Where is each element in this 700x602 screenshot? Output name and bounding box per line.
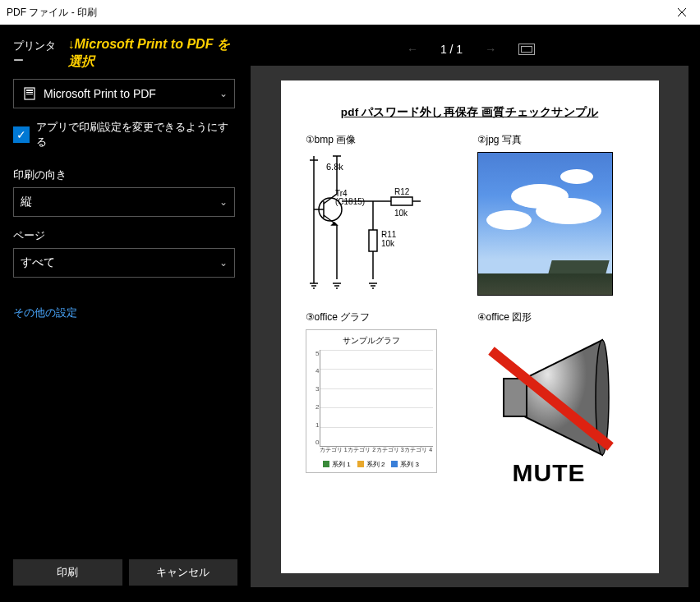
dialog-body: プリンター ↓Microsoft Print to PDF を選択 Micros… bbox=[0, 25, 700, 602]
allow-app-change-checkbox[interactable]: ✓ アプリで印刷設定を変更できるようにする bbox=[13, 120, 237, 149]
chart-yaxis: 543210 bbox=[310, 350, 320, 458]
svg-rect-8 bbox=[504, 379, 527, 416]
svg-rect-6 bbox=[369, 230, 377, 251]
checkbox-checked-icon: ✓ bbox=[13, 126, 30, 143]
next-page-button[interactable]: → bbox=[482, 43, 499, 56]
pages-value: すべて bbox=[21, 255, 219, 270]
chart-legend: 系列 1系列 2系列 3 bbox=[310, 460, 433, 469]
preview-frame: pdf パスワード外し再保存 画質チェックサンプル ①bmp 画像 bbox=[251, 66, 688, 587]
fit-page-button[interactable] bbox=[518, 44, 535, 55]
heading-bmp: ①bmp 画像 bbox=[306, 133, 463, 147]
pages-label: ページ bbox=[13, 228, 237, 243]
chart-xaxis: カテゴリ 1カテゴリ 2カテゴリ 3カテゴリ 4 bbox=[320, 447, 433, 458]
doc-row-1: ①bmp 画像 bbox=[306, 133, 634, 296]
heading-shape: ④office 図形 bbox=[477, 310, 634, 324]
more-settings-link[interactable]: その他の設定 bbox=[13, 306, 237, 320]
cell-shape: ④office 図形 bbox=[477, 310, 634, 494]
mute-label: MUTE bbox=[513, 459, 586, 487]
close-icon bbox=[678, 8, 686, 16]
svg-marker-7 bbox=[524, 340, 602, 455]
printer-label: プリンター bbox=[13, 39, 62, 68]
cell-chart: ③office グラフ サンプルグラフ 543210 カテゴリ 1カテゴリ 2カ… bbox=[306, 310, 463, 494]
schematic-label: 6.8k bbox=[326, 162, 343, 172]
preview-page: pdf パスワード外し再保存 画質チェックサンプル ①bmp 画像 bbox=[281, 80, 659, 573]
cell-jpg: ②jpg 写真 bbox=[477, 133, 634, 296]
button-bar: 印刷 キャンセル bbox=[13, 559, 237, 591]
sample-chart: サンプルグラフ 543210 カテゴリ 1カテゴリ 2カテゴリ 3カテゴリ 4 … bbox=[306, 329, 437, 473]
cancel-button[interactable]: キャンセル bbox=[129, 559, 238, 586]
svg-rect-5 bbox=[391, 197, 412, 205]
prev-page-button[interactable]: ← bbox=[404, 43, 421, 56]
schematic-label: 10k bbox=[394, 209, 408, 218]
preview-pane: ← 1 / 1 → pdf パスワード外し再保存 画質チェックサンプル ①bmp… bbox=[251, 25, 700, 602]
printer-icon bbox=[21, 86, 39, 101]
doc-row-2: ③office グラフ サンプルグラフ 543210 カテゴリ 1カテゴリ 2カ… bbox=[306, 310, 634, 494]
printer-select[interactable]: Microsoft Print to PDF ⌄ bbox=[13, 79, 235, 108]
chevron-down-icon: ⌄ bbox=[219, 196, 228, 208]
page-counter: 1 / 1 bbox=[440, 43, 463, 56]
orientation-select[interactable]: 縦 ⌄ bbox=[13, 187, 235, 217]
heading-jpg: ②jpg 写真 bbox=[477, 133, 634, 147]
cell-bmp: ①bmp 画像 bbox=[306, 133, 463, 296]
mute-shape: MUTE bbox=[477, 329, 621, 494]
chart-plot: 543210 カテゴリ 1カテゴリ 2カテゴリ 3カテゴリ 4 bbox=[310, 350, 433, 458]
chart-title: サンプルグラフ bbox=[310, 335, 433, 347]
schematic-label: 10k bbox=[381, 239, 395, 248]
settings-sidebar: プリンター ↓Microsoft Print to PDF を選択 Micros… bbox=[0, 25, 251, 602]
printer-annotation: ↓Microsoft Print to PDF を選択 bbox=[68, 36, 237, 71]
pages-select[interactable]: すべて ⌄ bbox=[13, 248, 235, 278]
close-button[interactable] bbox=[663, 0, 700, 25]
print-button[interactable]: 印刷 bbox=[13, 559, 122, 586]
orientation-label: 印刷の向き bbox=[13, 168, 237, 182]
svg-rect-2 bbox=[26, 92, 33, 93]
speaker-mute-icon bbox=[479, 336, 619, 459]
printer-select-value: Microsoft Print to PDF bbox=[39, 87, 219, 100]
schematic-image: 6.8k Tr4 (C1815) R12 10k R11 10k bbox=[306, 152, 429, 292]
chart-bars bbox=[320, 350, 433, 447]
svg-rect-1 bbox=[26, 90, 33, 91]
schematic-label: R11 bbox=[381, 230, 397, 239]
schematic-label: (C1815) bbox=[335, 197, 365, 206]
allow-app-change-label: アプリで印刷設定を変更できるようにする bbox=[36, 120, 237, 149]
heading-chart: ③office グラフ bbox=[306, 310, 463, 324]
preview-toolbar: ← 1 / 1 → bbox=[251, 33, 688, 66]
orientation-value: 縦 bbox=[21, 195, 219, 209]
chevron-down-icon: ⌄ bbox=[219, 257, 228, 269]
window-title: PDF ファイル - 印刷 bbox=[7, 6, 97, 20]
jpg-photo bbox=[477, 152, 613, 296]
titlebar: PDF ファイル - 印刷 bbox=[0, 0, 700, 25]
printer-row: プリンター ↓Microsoft Print to PDF を選択 bbox=[13, 36, 237, 71]
schematic-label: R12 bbox=[394, 187, 410, 196]
svg-rect-3 bbox=[26, 94, 33, 94]
chevron-down-icon: ⌄ bbox=[219, 88, 228, 99]
print-dialog: PDF ファイル - 印刷 プリンター ↓Microsoft Print to … bbox=[0, 0, 700, 602]
doc-title: pdf パスワード外し再保存 画質チェックサンプル bbox=[306, 105, 634, 120]
